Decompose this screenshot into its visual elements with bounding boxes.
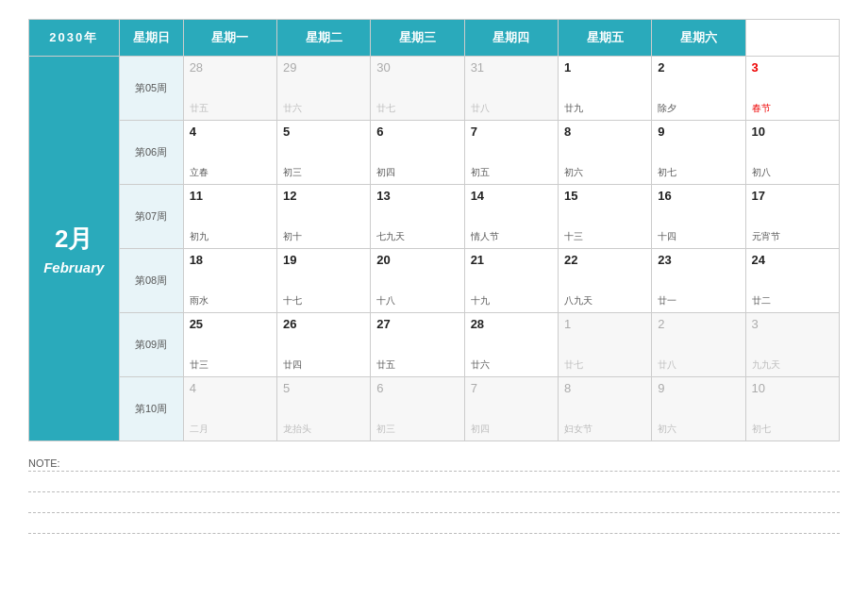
lunar-label: 廿五 xyxy=(376,358,395,372)
day-number: 6 xyxy=(376,125,458,139)
lunar-label: 廿五 xyxy=(190,102,209,115)
day-cell-w0-d3: 31廿八 xyxy=(464,57,558,121)
day-cell-w2-d6: 17元宵节 xyxy=(745,185,839,249)
note-label: NOTE: xyxy=(28,457,60,471)
day-number: 15 xyxy=(564,189,645,203)
lunar-label: 十四 xyxy=(658,230,676,243)
day-cell-w4-d2: 27廿五 xyxy=(371,313,464,377)
col-friday: 星期五 xyxy=(558,20,651,57)
day-number: 28 xyxy=(471,317,552,331)
lunar-label: 初五 xyxy=(471,166,490,179)
day-cell-w5-d5: 9初六 xyxy=(652,377,745,441)
lunar-label: 妇女节 xyxy=(564,423,593,436)
day-cell-w4-d0: 25廿三 xyxy=(183,313,276,377)
day-cell-w0-d4: 1廿九 xyxy=(558,57,651,121)
day-number: 11 xyxy=(190,189,271,203)
day-cell-w2-d3: 14情人节 xyxy=(464,185,558,249)
day-cell-w0-d6: 3春节 xyxy=(745,57,839,121)
day-cell-w4-d3: 28廿六 xyxy=(464,313,558,377)
day-number: 8 xyxy=(564,125,645,139)
col-saturday: 星期六 xyxy=(652,20,745,57)
lunar-label: 元宵节 xyxy=(752,230,780,243)
day-number: 19 xyxy=(283,253,364,267)
day-cell-w4-d6: 3九九天 xyxy=(745,313,839,377)
day-cell-w1-d4: 8初六 xyxy=(558,121,651,185)
day-number: 6 xyxy=(376,381,458,395)
note-line-3 xyxy=(28,513,840,534)
year-header: 2030年 xyxy=(29,20,120,57)
lunar-label: 廿六 xyxy=(471,358,490,372)
day-cell-w3-d2: 20十八 xyxy=(371,249,464,313)
lunar-label: 初三 xyxy=(376,423,395,436)
day-cell-w2-d5: 16十四 xyxy=(652,185,745,249)
day-cell-w1-d3: 7初五 xyxy=(464,121,558,185)
week-num-3: 第08周 xyxy=(119,249,183,313)
day-number: 20 xyxy=(376,253,458,267)
day-number: 26 xyxy=(283,317,364,331)
day-number: 22 xyxy=(564,253,645,267)
lunar-label: 七九天 xyxy=(376,230,405,243)
day-number: 16 xyxy=(658,189,739,203)
calendar-wrapper: 2030年 星期日 星期一 星期二 星期三 星期四 星期五 星期六 2月Febr… xyxy=(0,0,868,553)
col-wednesday: 星期三 xyxy=(371,20,464,57)
lunar-label: 初十 xyxy=(283,230,302,243)
day-number: 28 xyxy=(190,60,271,75)
lunar-label: 九九天 xyxy=(752,358,780,372)
lunar-label: 十三 xyxy=(564,230,583,243)
day-cell-w5-d2: 6初三 xyxy=(371,377,464,441)
lunar-label: 立春 xyxy=(190,166,209,179)
day-cell-w3-d4: 22八九天 xyxy=(558,249,651,313)
day-cell-w1-d6: 10初八 xyxy=(745,121,839,185)
day-number: 17 xyxy=(752,189,833,203)
lunar-label: 廿四 xyxy=(283,358,302,372)
day-number: 27 xyxy=(376,317,458,331)
day-number: 5 xyxy=(283,125,364,139)
note-line-1 xyxy=(28,472,840,492)
day-number: 8 xyxy=(564,381,645,395)
day-number: 14 xyxy=(471,189,552,203)
month-zh: 2月 xyxy=(29,223,119,256)
lunar-label: 十七 xyxy=(283,294,302,308)
lunar-label: 十八 xyxy=(376,294,395,308)
day-cell-w3-d0: 18雨水 xyxy=(183,249,276,313)
month-label-cell: 2月February xyxy=(29,57,120,441)
day-cell-w3-d5: 23廿一 xyxy=(652,249,745,313)
lunar-label: 春节 xyxy=(752,102,771,115)
lunar-label: 初九 xyxy=(190,230,209,243)
day-number: 23 xyxy=(658,253,739,267)
lunar-label: 廿二 xyxy=(752,294,771,308)
day-cell-w5-d1: 5龙抬头 xyxy=(276,377,370,441)
day-number: 9 xyxy=(658,125,739,139)
day-number: 3 xyxy=(752,60,833,75)
lunar-label: 初七 xyxy=(752,423,771,436)
lunar-label: 情人节 xyxy=(471,230,499,243)
day-number: 13 xyxy=(376,189,458,203)
day-cell-w3-d3: 21十九 xyxy=(464,249,558,313)
lunar-label: 廿三 xyxy=(190,358,209,372)
day-cell-w0-d1: 29廿六 xyxy=(276,57,370,121)
month-en: February xyxy=(29,259,119,275)
col-monday: 星期一 xyxy=(183,20,276,57)
day-number: 10 xyxy=(752,381,833,395)
day-number: 24 xyxy=(752,253,833,267)
day-number: 2 xyxy=(658,60,739,75)
day-cell-w0-d0: 28廿五 xyxy=(183,57,276,121)
day-number: 12 xyxy=(283,189,364,203)
lunar-label: 龙抬头 xyxy=(283,423,311,436)
note-line-2 xyxy=(28,492,840,513)
calendar-table: 2030年 星期日 星期一 星期二 星期三 星期四 星期五 星期六 2月Febr… xyxy=(28,19,840,441)
lunar-label: 廿七 xyxy=(376,102,395,115)
day-cell-w1-d5: 9初七 xyxy=(652,121,745,185)
day-cell-w4-d5: 2廿八 xyxy=(652,313,745,377)
day-number: 30 xyxy=(376,60,458,75)
week-num-0: 第05周 xyxy=(119,57,183,121)
day-cell-w2-d4: 15十三 xyxy=(558,185,651,249)
day-number: 31 xyxy=(471,60,552,75)
lunar-label: 初七 xyxy=(658,166,676,179)
lunar-label: 八九天 xyxy=(564,294,593,308)
lunar-label: 初六 xyxy=(658,423,676,436)
lunar-label: 廿一 xyxy=(658,294,676,308)
day-number: 7 xyxy=(471,381,552,395)
day-cell-w1-d2: 6初四 xyxy=(371,121,464,185)
day-number: 1 xyxy=(564,317,645,331)
